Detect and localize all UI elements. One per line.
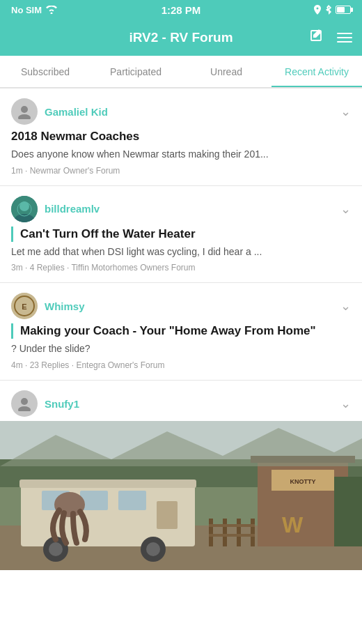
post-title: Making your Coach - Your "Home Away From… (11, 323, 351, 339)
author-row: Snufy1 (11, 390, 79, 417)
svg-rect-22 (19, 480, 196, 488)
post-excerpt: Let me add that when DSI light was cycli… (11, 245, 351, 259)
svg-point-24 (49, 542, 63, 556)
post-title: Can't Turn Off the Water Heater (11, 227, 351, 242)
svg-rect-33 (209, 519, 213, 546)
battery-icon (336, 6, 351, 14)
avatar: E (11, 293, 38, 319)
bluetooth-icon (325, 5, 332, 15)
compose-icon[interactable] (309, 29, 324, 47)
post-item[interactable]: billdreamlv ⌄ Can't Turn Off the Water H… (0, 186, 362, 283)
svg-rect-32 (334, 477, 362, 546)
author-name: billdreamlv (45, 203, 100, 215)
author-row: E Whimsy (11, 293, 85, 319)
chevron-down-icon[interactable]: ⌄ (340, 104, 351, 119)
svg-point-2 (18, 114, 31, 119)
status-right (313, 5, 351, 15)
svg-text:E: E (22, 302, 26, 311)
status-bar: No SIM 1:28 PM (0, 0, 362, 20)
author-name: Whimsy (45, 300, 85, 312)
svg-rect-21 (157, 501, 178, 529)
nav-title: iRV2 - RV Forum (129, 30, 233, 45)
menu-icon[interactable] (337, 33, 352, 43)
author-row: Gamaliel Kid (11, 98, 108, 125)
svg-point-10 (21, 398, 28, 405)
post-excerpt: Does anyone know when Newmar starts maki… (11, 148, 351, 162)
svg-rect-20 (118, 491, 146, 510)
tab-unread[interactable]: Unread (181, 56, 272, 87)
tab-bar: Subscribed Participated Unread Recent Ac… (0, 56, 362, 88)
post-excerpt: ? Under the slide? (11, 342, 351, 356)
avatar (11, 98, 38, 125)
status-left: No SIM (11, 5, 57, 15)
svg-text:KNOTTY: KNOTTY (290, 478, 316, 485)
author-name: Gamaliel Kid (45, 106, 108, 118)
post-item[interactable]: Snufy1 ⌄ (0, 381, 362, 417)
tab-recent-activity[interactable]: Recent Activity (272, 56, 362, 87)
svg-rect-34 (223, 519, 227, 546)
post-header: Snufy1 ⌄ (11, 390, 351, 417)
avatar (11, 390, 38, 417)
status-time: 1:28 PM (162, 4, 201, 16)
post-item[interactable]: E Whimsy ⌄ Making your Coach - Your "Hom… (0, 283, 362, 380)
post-image: KNOTTY W (0, 421, 362, 570)
svg-rect-37 (209, 524, 255, 527)
author-name: Snufy1 (45, 398, 79, 410)
chevron-down-icon[interactable]: ⌄ (340, 298, 351, 314)
post-header: billdreamlv ⌄ (11, 196, 351, 222)
post-meta: 1m · Newmar Owner's Forum (11, 166, 351, 176)
post-header: Gamaliel Kid ⌄ (11, 98, 351, 125)
wifi-icon (46, 6, 57, 14)
svg-point-11 (18, 406, 31, 411)
post-meta: 3m · 4 Replies · Tiffin Motorhomes Owner… (11, 263, 351, 273)
svg-point-1 (21, 106, 28, 113)
author-row: billdreamlv (11, 196, 100, 222)
nav-bar: iRV2 - RV Forum (0, 20, 362, 56)
svg-text:W: W (282, 512, 304, 537)
post-title: 2018 Newmar Coaches (11, 129, 351, 144)
location-icon (313, 5, 322, 15)
avatar (11, 196, 38, 222)
carrier-label: No SIM (11, 5, 42, 15)
svg-rect-38 (209, 534, 255, 537)
svg-rect-35 (237, 519, 241, 546)
tab-subscribed[interactable]: Subscribed (0, 56, 90, 87)
tab-participated[interactable]: Participated (90, 56, 181, 87)
svg-point-26 (146, 542, 160, 556)
post-header: E Whimsy ⌄ (11, 293, 351, 319)
chevron-down-icon[interactable]: ⌄ (340, 201, 351, 217)
chevron-down-icon[interactable]: ⌄ (340, 396, 351, 411)
post-meta: 4m · 23 Replies · Entegra Owner's Forum (11, 360, 351, 370)
nav-actions (309, 29, 352, 47)
post-item[interactable]: Gamaliel Kid ⌄ 2018 Newmar Coaches Does … (0, 89, 362, 185)
svg-rect-36 (251, 519, 255, 546)
